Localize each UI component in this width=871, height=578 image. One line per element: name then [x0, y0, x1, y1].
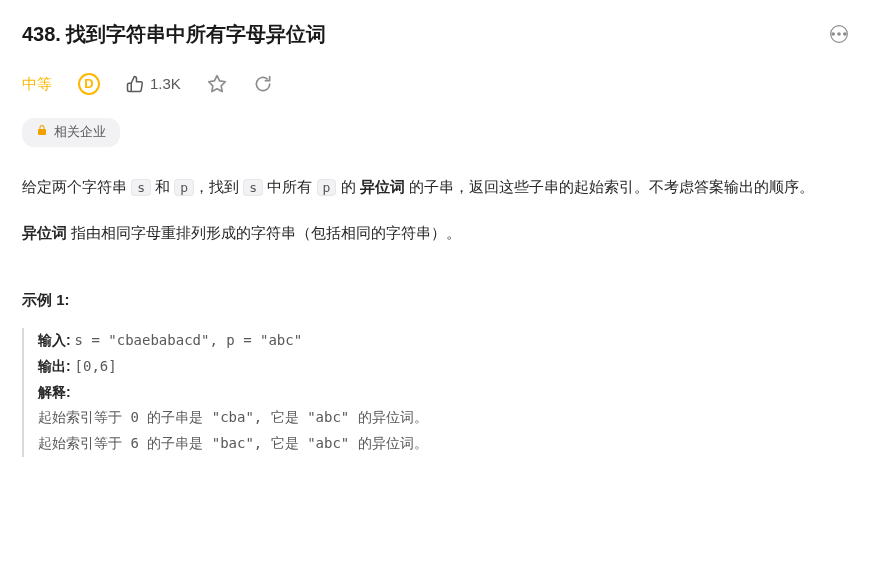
thumbs-up-icon — [126, 75, 144, 93]
difficulty-label: 中等 — [22, 72, 52, 96]
like-count: 1.3K — [150, 72, 181, 96]
star-icon[interactable] — [207, 74, 227, 94]
description-paragraph-2: 异位词 指由相同字母重排列形成的字符串（包括相同的字符串）。 — [22, 219, 849, 248]
code-p: p — [174, 179, 194, 196]
code-s: s — [243, 179, 263, 196]
like-button[interactable]: 1.3K — [126, 72, 181, 96]
lock-icon — [36, 123, 48, 142]
problem-title: 438. 找到字符串中所有字母异位词 — [22, 18, 326, 50]
svg-point-2 — [844, 33, 846, 35]
more-icon[interactable] — [829, 24, 849, 44]
svg-point-0 — [832, 33, 834, 35]
example-block: 输入: s = "cbaebabacd", p = "abc" 输出: [0,6… — [22, 328, 849, 457]
share-icon[interactable] — [253, 74, 273, 94]
company-tag-button[interactable]: 相关企业 — [22, 118, 120, 147]
hint-badge[interactable]: D — [78, 73, 100, 95]
code-s: s — [131, 179, 151, 196]
svg-point-1 — [838, 33, 840, 35]
description-paragraph-1: 给定两个字符串 s 和 p，找到 s 中所有 p 的 异位词 的子串，返回这些子… — [22, 173, 849, 202]
svg-marker-4 — [209, 76, 226, 92]
company-tag-label: 相关企业 — [54, 122, 106, 143]
example-heading: 示例 1: — [22, 288, 849, 312]
code-p: p — [317, 179, 337, 196]
